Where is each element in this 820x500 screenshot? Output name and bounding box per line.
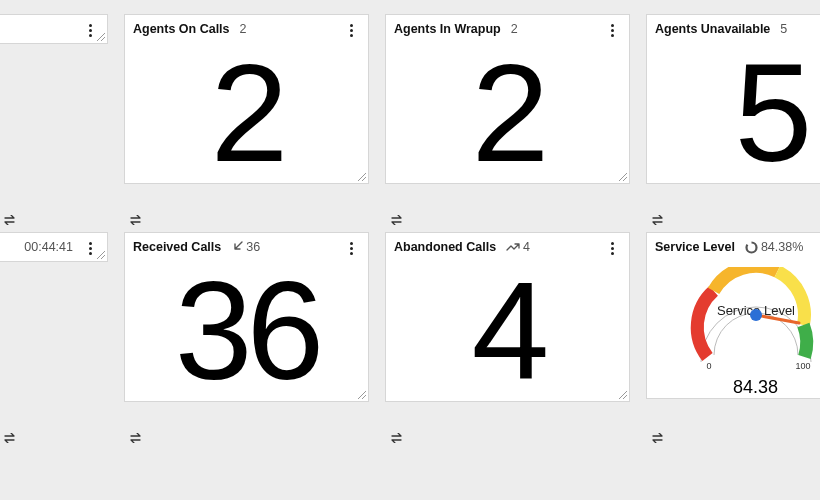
svg-line-1 (101, 37, 105, 41)
metric-value: 4 (472, 261, 544, 401)
gauge-chart: Service Level 0 100 (681, 267, 821, 377)
svg-line-4 (619, 173, 627, 181)
svg-line-8 (97, 251, 105, 259)
incoming-call-icon (231, 241, 243, 253)
card-service-level: Service Level 84.38% (646, 232, 820, 399)
card-menu-button[interactable] (340, 19, 362, 41)
metric-value: 2 (472, 43, 544, 183)
card-agents-unavailable: Agents Unavailable 5 5 (646, 14, 820, 184)
card-abandoned-calls: Abandoned Calls 4 4 (385, 232, 630, 402)
swap-icon[interactable] (652, 214, 666, 228)
resize-handle-icon[interactable] (94, 248, 106, 260)
missed-call-icon (506, 242, 520, 252)
svg-point-14 (746, 242, 756, 252)
card-subvalue: 5 (780, 22, 787, 36)
gauge-min: 0 (706, 361, 711, 371)
card-menu-button[interactable] (601, 237, 623, 259)
swap-icon[interactable] (652, 432, 666, 446)
svg-line-0 (97, 33, 105, 41)
card-menu-button[interactable] (601, 19, 623, 41)
card-partial-top (0, 14, 108, 44)
card-subvalue: 2 (511, 22, 518, 36)
swap-icon[interactable] (130, 214, 144, 228)
card-title: Service Level (655, 240, 735, 254)
dashboard-grid: Agents On Calls 2 2 Agents In Wrapup 2 2 (0, 0, 820, 432)
resize-handle-icon[interactable] (616, 170, 628, 182)
metric-value: 36 (175, 261, 319, 401)
gauge-hub (750, 309, 762, 321)
card-received-calls: Received Calls 36 36 (124, 232, 369, 402)
card-partial-bottom: 00:44:41 (0, 232, 108, 262)
svg-line-10 (358, 391, 366, 399)
donut-icon (745, 241, 758, 254)
card-title: Received Calls (133, 240, 221, 254)
svg-line-5 (623, 177, 627, 181)
card-agents-on-calls: Agents On Calls 2 2 (124, 14, 369, 184)
resize-handle-icon[interactable] (355, 388, 367, 400)
resize-handle-icon[interactable] (355, 170, 367, 182)
swap-icon[interactable] (4, 432, 18, 446)
swap-icon[interactable] (391, 432, 405, 446)
swap-icon[interactable] (391, 214, 405, 228)
resize-handle-icon[interactable] (94, 30, 106, 42)
card-subvalue: 4 (506, 240, 530, 254)
svg-line-11 (362, 395, 366, 399)
svg-line-13 (623, 395, 627, 399)
svg-line-12 (619, 391, 627, 399)
svg-line-3 (362, 177, 366, 181)
card-agents-in-wrapup: Agents In Wrapup 2 2 (385, 14, 630, 184)
card-subvalue: 00:44:41 (24, 240, 73, 254)
metric-value: 5 (735, 43, 807, 183)
card-title: Agents On Calls (133, 22, 230, 36)
resize-handle-icon[interactable] (616, 388, 628, 400)
gauge-value: 84.38 (733, 377, 778, 398)
svg-line-9 (101, 255, 105, 259)
metric-value: 2 (211, 43, 283, 183)
card-menu-button[interactable] (340, 237, 362, 259)
card-subvalue: 84.38% (745, 240, 803, 254)
gauge-max: 100 (795, 361, 810, 371)
card-subvalue: 36 (231, 240, 260, 254)
swap-icon[interactable] (130, 432, 144, 446)
card-title: Abandoned Calls (394, 240, 496, 254)
card-title: Agents Unavailable (655, 22, 770, 36)
swap-icon[interactable] (4, 214, 18, 228)
svg-line-2 (358, 173, 366, 181)
card-subvalue: 2 (240, 22, 247, 36)
card-title: Agents In Wrapup (394, 22, 501, 36)
